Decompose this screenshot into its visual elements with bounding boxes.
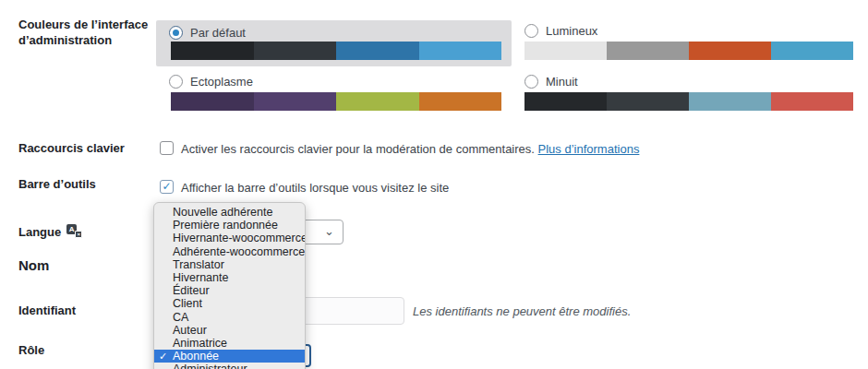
color-swatch-segment bbox=[254, 92, 337, 111]
radio-light[interactable] bbox=[524, 24, 538, 38]
role-dropdown-item-label: Administrateur bbox=[173, 363, 247, 369]
role-dropdown-item-label: Première randonnée bbox=[173, 219, 278, 232]
scheme-option-label: Par défaut bbox=[190, 26, 246, 40]
more-info-link[interactable]: Plus d’informations bbox=[538, 142, 640, 156]
keyboard-shortcuts-sentence: Activer les raccourcis clavier pour la m… bbox=[181, 142, 535, 156]
color-scheme-option-light[interactable]: Lumineux bbox=[515, 20, 857, 66]
role-dropdown-item[interactable]: Éditeur bbox=[154, 284, 305, 297]
color-scheme-option-default[interactable]: Par défaut bbox=[156, 20, 512, 66]
role-dropdown-item-label: Abonnée bbox=[173, 350, 219, 363]
keyboard-shortcuts-label: Raccourcis clavier bbox=[18, 140, 152, 156]
name-section-heading: Nom bbox=[18, 257, 49, 273]
color-swatch-segment bbox=[607, 42, 689, 60]
scheme-option-label: Lumineux bbox=[546, 24, 597, 38]
role-dropdown-item-label: Hivernante-woocommerce bbox=[173, 232, 306, 244]
role-dropdown-item-label: Auteur bbox=[173, 324, 207, 337]
role-dropdown-item[interactable]: Auteur bbox=[154, 324, 305, 337]
color-swatch-segment bbox=[771, 92, 853, 111]
color-swatch-default bbox=[171, 42, 501, 60]
toolbar-label: Barre d’outils bbox=[18, 176, 152, 192]
role-label: Rôle bbox=[18, 342, 152, 358]
role-dropdown-item-label: Nouvelle adhérente bbox=[173, 206, 272, 219]
radio-ectoplasm[interactable] bbox=[169, 75, 183, 89]
role-dropdown-item[interactable]: Client bbox=[154, 297, 305, 310]
color-swatch-segment bbox=[419, 42, 502, 60]
role-dropdown-item-label: Adhérente-woocommerce bbox=[173, 245, 305, 258]
role-dropdown-item[interactable]: CA bbox=[154, 311, 305, 324]
color-swatch-segment bbox=[689, 42, 771, 60]
role-dropdown-item-label: CA bbox=[173, 311, 188, 324]
role-dropdown-item[interactable]: Hivernante-woocommerce bbox=[154, 232, 305, 244]
role-dropdown-item[interactable]: Première randonnée bbox=[154, 219, 305, 232]
color-swatch-segment bbox=[171, 42, 254, 60]
role-dropdown-item[interactable]: Translator bbox=[154, 258, 305, 271]
color-swatch-segment bbox=[524, 42, 607, 60]
role-dropdown-item[interactable]: ✓Abonnée bbox=[154, 350, 305, 363]
color-swatch-segment bbox=[419, 92, 502, 111]
color-scheme-option-midnight[interactable]: Minuit bbox=[515, 72, 857, 116]
color-swatch-segment bbox=[336, 42, 419, 60]
keyboard-shortcuts-text: Activer les raccourcis clavier pour la m… bbox=[181, 142, 639, 156]
color-scheme-label: Couleurs de l’interface d’administration bbox=[18, 17, 152, 48]
color-swatch-segment bbox=[607, 92, 689, 111]
radio-default[interactable] bbox=[169, 26, 183, 40]
role-dropdown-item-label: Client bbox=[173, 297, 202, 310]
radio-midnight[interactable] bbox=[524, 75, 538, 89]
role-dropdown-item-label: Animatrice bbox=[173, 337, 227, 350]
color-swatch-light bbox=[524, 42, 853, 60]
color-swatch-segment bbox=[336, 92, 419, 111]
username-note: Les identifiants ne peuvent être modifié… bbox=[413, 304, 631, 318]
role-dropdown-item-label: Translator bbox=[173, 258, 224, 271]
role-dropdown: Nouvelle adhérentePremière randonnéeHive… bbox=[153, 202, 306, 369]
toolbar-checkbox[interactable]: ✓ bbox=[160, 180, 174, 194]
color-swatch-segment bbox=[771, 42, 853, 60]
color-swatch-midnight bbox=[524, 92, 853, 111]
role-dropdown-item-label: Hivernante bbox=[173, 271, 228, 284]
keyboard-shortcuts-checkbox[interactable] bbox=[160, 141, 174, 155]
role-dropdown-list: Nouvelle adhérentePremière randonnéeHive… bbox=[154, 203, 305, 369]
color-swatch-ectoplasm bbox=[171, 92, 501, 111]
color-swatch-segment bbox=[254, 42, 337, 60]
color-swatch-segment bbox=[524, 92, 607, 111]
check-icon: ✓ bbox=[159, 350, 167, 363]
color-swatch-segment bbox=[689, 92, 771, 111]
role-dropdown-item[interactable]: Hivernante bbox=[154, 271, 305, 284]
translation-icon: A× bbox=[66, 224, 82, 238]
color-swatch-segment bbox=[171, 92, 254, 111]
role-dropdown-item[interactable]: Administrateur bbox=[154, 363, 305, 369]
role-dropdown-item[interactable]: Animatrice bbox=[154, 337, 305, 350]
profile-settings-page: Couleurs de l’interface d’administration… bbox=[0, 0, 868, 369]
role-dropdown-item[interactable]: Adhérente-woocommerce bbox=[154, 245, 305, 258]
role-dropdown-item[interactable]: Nouvelle adhérente bbox=[154, 206, 305, 219]
chevron-down-icon: ⌄ bbox=[324, 223, 334, 237]
toolbar-text: Afficher la barre d’outils lorsque vous … bbox=[181, 181, 449, 195]
color-scheme-option-ectoplasm[interactable]: Ectoplasme bbox=[156, 72, 512, 116]
scheme-option-label: Minuit bbox=[546, 75, 578, 89]
language-label: LangueA× bbox=[18, 224, 166, 240]
language-label-text: Langue bbox=[18, 225, 61, 239]
scheme-option-label: Ectoplasme bbox=[190, 75, 253, 89]
role-dropdown-item-label: Éditeur bbox=[173, 284, 210, 297]
check-icon: ✓ bbox=[162, 180, 171, 193]
username-label: Identifiant bbox=[18, 303, 152, 318]
